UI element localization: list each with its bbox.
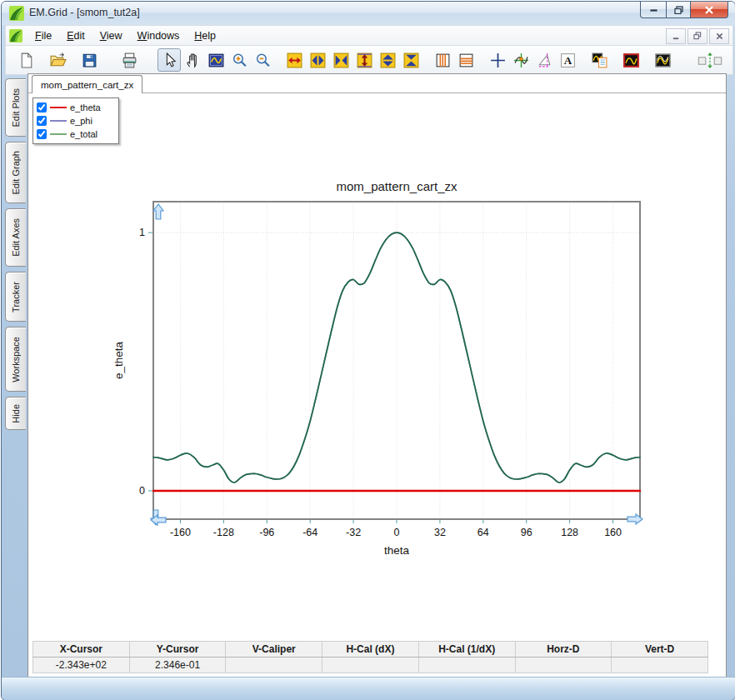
- status-col-header: Vert-D: [612, 642, 708, 658]
- window-status-strip: [2, 677, 735, 700]
- child-minimize-button[interactable]: [666, 28, 686, 44]
- pan-hand-icon: [184, 52, 202, 69]
- svg-text:160: 160: [604, 527, 622, 538]
- legend-checkbox-e-theta[interactable]: [37, 102, 47, 112]
- svg-text:128: 128: [561, 527, 578, 538]
- sidebar-tab-label: Edit Graph: [11, 149, 21, 197]
- menu-edit[interactable]: Edit: [59, 28, 92, 44]
- zoom-in-icon: [231, 52, 248, 69]
- h-expand-button[interactable]: [306, 48, 329, 72]
- new-document-button[interactable]: [14, 48, 38, 72]
- sidebar-tab-edit-axes[interactable]: Edit Axes: [5, 208, 26, 267]
- horizontal-gridlines-button[interactable]: [454, 48, 478, 72]
- status-value-cell: -2.343e+02: [33, 658, 130, 673]
- sidebar-tab-workspace[interactable]: Workspace: [5, 327, 26, 392]
- titlebar[interactable]: EM.Grid - [smom_tut2a]: [2, 2, 735, 25]
- svg-text:-64: -64: [302, 527, 318, 538]
- v-compress-icon: [402, 52, 420, 69]
- svg-text:-128: -128: [213, 527, 234, 538]
- sidebar-tab-tracker[interactable]: Tracker: [5, 272, 26, 322]
- legend-label: e_theta: [70, 102, 101, 112]
- legend-line-sample: [50, 107, 67, 108]
- child-restore-icon: [693, 32, 702, 40]
- sidebar-tab-label: Edit Plots: [11, 87, 21, 128]
- pan-hand-button[interactable]: [181, 48, 204, 72]
- h-compress-button[interactable]: [329, 48, 352, 72]
- crosshair-icon: [489, 52, 507, 69]
- menu-help[interactable]: Help: [187, 28, 223, 44]
- h-zoom-arrows-button[interactable]: [282, 48, 306, 72]
- minimize-icon: [649, 6, 658, 13]
- minimize-button[interactable]: [640, 2, 666, 18]
- svg-text:-160: -160: [170, 527, 191, 538]
- vertical-gridlines-button[interactable]: [431, 48, 454, 72]
- sidebar-tab-edit-plots[interactable]: Edit Plots: [5, 78, 26, 137]
- child-restore-button[interactable]: [688, 28, 708, 44]
- series-e_total: [153, 232, 640, 482]
- svg-text:-96: -96: [259, 527, 274, 538]
- window-title: EM.Grid - [smom_tut2a]: [29, 7, 140, 18]
- print-icon: [121, 52, 138, 69]
- multi-graph-view-button[interactable]: [651, 48, 674, 72]
- sidebar-tab-hide[interactable]: Hide: [5, 397, 26, 430]
- plot-legend-view-button[interactable]: [588, 48, 611, 72]
- status-header-row: X-Cursor Y-Cursor V-Caliper H-Cal (dX) H…: [33, 642, 708, 658]
- menu-view[interactable]: View: [92, 28, 130, 44]
- child-close-button[interactable]: [709, 28, 729, 44]
- menu-file[interactable]: File: [28, 28, 59, 44]
- fit-view-button[interactable]: [204, 48, 228, 72]
- zoom-out-button[interactable]: [251, 48, 274, 72]
- crosshair-button[interactable]: [486, 48, 509, 72]
- text-label-icon: A: [559, 52, 577, 69]
- svg-text:A: A: [563, 54, 572, 67]
- open-file-button[interactable]: [46, 48, 69, 72]
- svg-text:96: 96: [521, 527, 532, 538]
- sidebar-tab-edit-graph[interactable]: Edit Graph: [5, 142, 26, 203]
- tab-label: mom_pattern_cart_zx: [41, 80, 133, 90]
- status-col-header: Y-Cursor: [129, 642, 226, 658]
- menubar: File Edit View Windows Help: [5, 25, 733, 46]
- axis-arrow-up-icon[interactable]: [153, 204, 163, 219]
- zoom-out-icon: [254, 52, 272, 69]
- plot-legend-view-icon: [591, 52, 608, 69]
- svg-text:0: 0: [394, 527, 400, 538]
- h-zoom-arrows-icon: [286, 52, 303, 69]
- legend-label: e_phi: [70, 116, 92, 126]
- single-graph-view-button[interactable]: [619, 48, 642, 72]
- app-logo-icon: [9, 6, 24, 21]
- print-button[interactable]: [118, 48, 141, 72]
- maximize-button[interactable]: [666, 2, 690, 18]
- close-button[interactable]: [690, 2, 728, 18]
- svg-text:mom_pattern_cart_zx: mom_pattern_cart_zx: [336, 179, 458, 193]
- open-folder-icon: [49, 52, 67, 69]
- status-col-header: V-Caliper: [226, 642, 322, 658]
- chart-canvas[interactable]: -160-128-96-64-32032649612816001mom_patt…: [86, 173, 669, 565]
- legend-item-e-phi: e_phi: [37, 114, 115, 128]
- new-document-icon: [18, 52, 35, 69]
- v-zoom-arrows-button[interactable]: [352, 48, 376, 72]
- legend-checkbox-e-phi[interactable]: [37, 116, 47, 126]
- text-label-button[interactable]: A: [556, 48, 579, 72]
- caliper-triangle-button[interactable]: [532, 48, 556, 72]
- sidebar-tab-label: Workspace: [11, 335, 21, 384]
- v-compress-button[interactable]: [399, 48, 422, 72]
- save-button[interactable]: [78, 48, 101, 72]
- h-expand-icon: [309, 52, 327, 69]
- save-icon: [81, 52, 98, 69]
- child-minimize-icon: [672, 32, 680, 40]
- tile-vertical-button[interactable]: [691, 48, 729, 72]
- svg-text:0: 0: [139, 485, 145, 497]
- close-icon: [704, 6, 714, 14]
- tab-mom-pattern-cart-zx[interactable]: mom_pattern_cart_zx: [32, 75, 142, 93]
- sidebar-tab-label: Hide: [11, 402, 21, 425]
- svg-text:1: 1: [139, 227, 145, 238]
- v-expand-button[interactable]: [376, 48, 399, 72]
- zoom-in-button[interactable]: [228, 48, 251, 72]
- tracker-button[interactable]: [509, 48, 532, 72]
- status-value-cell: [322, 658, 419, 673]
- menu-windows[interactable]: Windows: [130, 28, 188, 44]
- legend-checkbox-e-total[interactable]: [37, 129, 47, 139]
- v-zoom-arrows-icon: [356, 52, 373, 69]
- v-expand-icon: [379, 52, 397, 69]
- select-cursor-button[interactable]: [158, 48, 181, 72]
